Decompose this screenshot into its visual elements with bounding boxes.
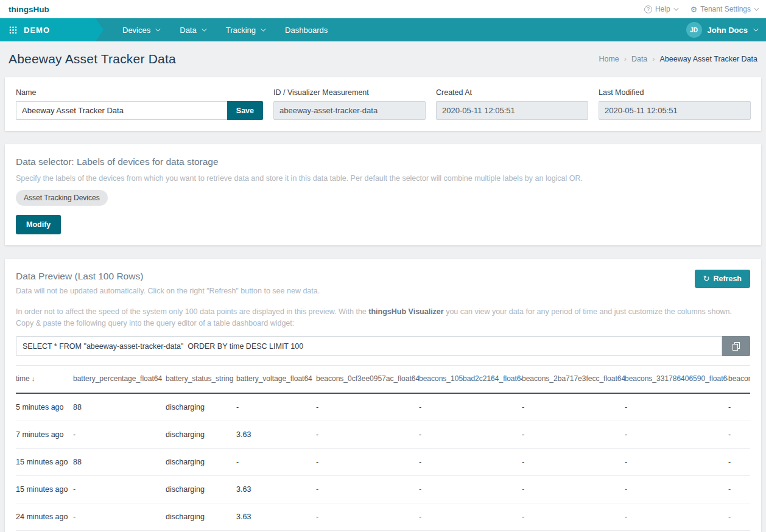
- page-title: Abeeway Asset Tracker Data: [9, 52, 176, 66]
- visualizer-highlight: thingsHub Visualizer: [368, 307, 443, 316]
- column-header[interactable]: beacon: [728, 366, 750, 394]
- tenant-settings-menu[interactable]: ⚙ Tenant Settings: [690, 5, 757, 14]
- gear-icon: ⚙: [690, 5, 698, 14]
- copy-query-button[interactable]: [722, 336, 750, 356]
- table-cell: -: [522, 393, 625, 421]
- table-cell: -: [625, 393, 728, 421]
- nav-item-devices[interactable]: Devices: [112, 18, 169, 41]
- table-cell: 15 minutes ago: [16, 449, 73, 476]
- table-cell: -: [419, 393, 522, 421]
- column-header[interactable]: beacons_2ba717e3fecc_float64: [522, 366, 625, 394]
- column-header[interactable]: beacons_331786406590_float64: [625, 366, 728, 394]
- nav-item-dashboards[interactable]: Dashboards: [275, 18, 338, 41]
- tenant-settings-label: Tenant Settings: [700, 5, 751, 13]
- id-field-group: ID / Visualizer Measurement: [273, 88, 426, 120]
- data-selector-description: Specify the labels of the devices from w…: [16, 173, 750, 184]
- modify-button[interactable]: Modify: [16, 215, 61, 234]
- table-cell: -: [73, 421, 166, 449]
- brand-logo[interactable]: thingsHub: [9, 5, 49, 14]
- table-cell: -: [419, 449, 522, 476]
- table-cell: -: [236, 393, 316, 421]
- table-cell: -: [522, 449, 625, 476]
- preview-description: In order not to affect the speed of the …: [16, 306, 750, 330]
- created-at-input: [436, 101, 588, 120]
- table-cell: -: [728, 421, 750, 449]
- preview-table-wrap[interactable]: time↓battery_percentage_float64battery_s…: [16, 365, 750, 532]
- preview-description-prefix: In order not to affect the speed of the …: [16, 307, 368, 316]
- chevron-down-icon: [673, 5, 678, 10]
- user-name: John Docs: [708, 26, 748, 35]
- user-menu[interactable]: JD John Docs: [677, 18, 766, 41]
- save-button[interactable]: Save: [227, 101, 263, 120]
- table-row: 7 minutes ago-discharging3.63-----: [16, 421, 750, 449]
- nav-item-label: Devices: [122, 26, 150, 35]
- chevron-down-icon: [754, 5, 759, 10]
- last-modified-label: Last Modified: [599, 88, 751, 97]
- main-navbar: DEMO Devices Data Tracking Dashboards JD…: [0, 18, 766, 41]
- last-modified-input: [599, 101, 751, 120]
- table-cell: -: [73, 476, 166, 503]
- refresh-note: Data will not be updated automatically. …: [16, 285, 320, 297]
- refresh-button[interactable]: ↻ Refresh: [695, 270, 750, 288]
- table-cell: discharging: [166, 503, 236, 531]
- table-cell: 3.63: [236, 421, 316, 449]
- label-chip[interactable]: Asset Tracking Devices: [16, 190, 108, 206]
- nav-item-label: Tracking: [226, 26, 256, 35]
- table-cell: -: [316, 393, 419, 421]
- help-menu[interactable]: ? Help: [644, 5, 677, 14]
- column-header[interactable]: beacons_105bad2c2164_float64: [419, 366, 522, 394]
- table-cell: 24 minutes ago: [16, 503, 73, 531]
- tenant-arrow-decoration: [96, 18, 104, 41]
- table-row: 24 minutes ago-discharging3.63-----: [16, 503, 750, 531]
- breadcrumb-data[interactable]: Data: [631, 55, 647, 63]
- name-input[interactable]: [16, 101, 227, 120]
- table-cell: -: [522, 476, 625, 503]
- table-cell: -: [625, 476, 728, 503]
- column-header[interactable]: time↓: [16, 366, 73, 394]
- chevron-down-icon: [261, 26, 265, 31]
- breadcrumb: Home › Data › Abeeway Asset Tracker Data: [599, 55, 757, 63]
- nav-items: Devices Data Tracking Dashboards: [112, 18, 338, 41]
- column-header[interactable]: battery_status_string: [166, 366, 236, 394]
- breadcrumb-separator: ›: [652, 55, 655, 63]
- grid-icon: [9, 26, 17, 34]
- breadcrumb-home[interactable]: Home: [599, 55, 619, 63]
- table-cell: 5 minutes ago: [16, 393, 73, 421]
- nav-item-label: Data: [180, 26, 196, 35]
- query-input[interactable]: [16, 336, 722, 356]
- table-cell: -: [419, 421, 522, 449]
- table-cell: 7 minutes ago: [16, 421, 73, 449]
- table-cell: discharging: [166, 449, 236, 476]
- nav-item-tracking[interactable]: Tracking: [216, 18, 275, 41]
- topbar-right: ? Help ⚙ Tenant Settings: [644, 5, 757, 14]
- page-header: Abeeway Asset Tracker Data Home › Data ›…: [0, 41, 766, 77]
- chevron-down-icon: [155, 26, 160, 31]
- tenant-selector[interactable]: DEMO: [0, 18, 96, 41]
- breadcrumb-separator: ›: [624, 55, 627, 63]
- table-cell: discharging: [166, 476, 236, 503]
- modified-field-group: Last Modified: [599, 88, 751, 120]
- topbar: thingsHub ? Help ⚙ Tenant Settings: [0, 0, 766, 18]
- column-header[interactable]: battery_voltage_float64: [236, 366, 316, 394]
- help-label: Help: [655, 5, 670, 13]
- data-selector-title: Data selector: Labels of devices for dat…: [16, 156, 750, 167]
- table-cell: discharging: [166, 393, 236, 421]
- table-cell: -: [419, 503, 522, 531]
- column-header[interactable]: beacons_0cf3ee0957ac_float64: [316, 366, 419, 394]
- table-cell: 15 minutes ago: [16, 476, 73, 503]
- tenant-name: DEMO: [24, 26, 50, 35]
- id-label: ID / Visualizer Measurement: [273, 88, 426, 97]
- breadcrumb-current: Abeeway Asset Tracker Data: [660, 55, 758, 63]
- chevron-down-icon: [753, 26, 758, 31]
- data-preview-card: Data Preview (Last 100 Rows) Data will n…: [5, 259, 761, 532]
- created-at-label: Created At: [436, 88, 588, 97]
- table-body: 5 minutes ago88discharging------7 minute…: [16, 393, 750, 532]
- table-cell: -: [728, 503, 750, 531]
- table-cell: -: [728, 476, 750, 503]
- nav-item-data[interactable]: Data: [169, 18, 215, 41]
- refresh-label: Refresh: [713, 275, 742, 283]
- name-field-group: Name Save: [16, 88, 263, 120]
- refresh-icon: ↻: [703, 275, 710, 282]
- table-cell: -: [316, 503, 419, 531]
- column-header[interactable]: battery_percentage_float64: [73, 366, 166, 394]
